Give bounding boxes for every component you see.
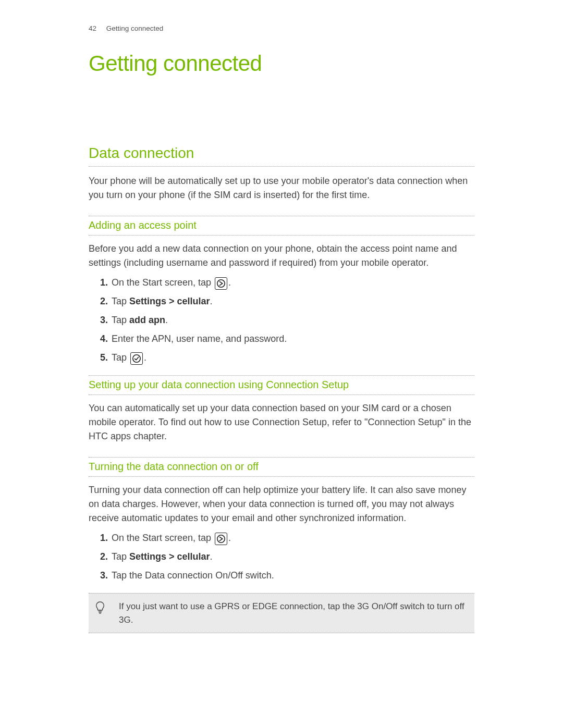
running-header-title: Getting connected	[106, 24, 164, 32]
divider	[89, 375, 474, 376]
section-intro: Your phone will be automatically set up …	[89, 174, 474, 202]
lightbulb-icon	[89, 600, 112, 614]
subsection-body: You can automatically set up your data c…	[89, 401, 474, 443]
divider	[89, 166, 474, 167]
subsection-intro: Before you add a new data connection on …	[89, 242, 474, 270]
subsection-heading: Setting up your data connection using Co…	[89, 377, 474, 392]
step-item: Tap Settings > cellular.	[100, 549, 474, 564]
step-text: On the Start screen, tap	[112, 277, 214, 288]
step-text: .	[210, 296, 213, 306]
step-text: On the Start screen, tap	[112, 533, 214, 543]
step-text: .	[210, 551, 213, 562]
step-item: Tap the Data connection On/Off switch.	[100, 568, 474, 583]
step-item: On the Start screen, tap .	[100, 275, 474, 290]
page-number: 42	[89, 24, 96, 32]
section-heading: Data connection	[89, 142, 474, 164]
step-text: Tap the Data connection On/Off switch.	[112, 570, 274, 581]
divider	[89, 476, 474, 477]
page-title: Getting connected	[89, 47, 474, 80]
step-bold: add apn	[129, 315, 165, 325]
step-list: On the Start screen, tap . Tap Settings …	[100, 275, 474, 365]
tip-callout: If you just want to use a GPRS or EDGE c…	[89, 593, 474, 633]
divider	[89, 216, 474, 216]
step-text: .	[165, 315, 168, 325]
step-item: Enter the APN, user name, and password.	[100, 331, 474, 346]
arrow-right-icon	[215, 277, 227, 290]
subsection-heading: Turning the data connection on or off	[89, 459, 474, 474]
step-bold: Settings > cellular	[129, 551, 210, 562]
tip-text: If you just want to use a GPRS or EDGE c…	[119, 600, 467, 626]
step-bold: Settings > cellular	[129, 296, 210, 306]
arrow-right-icon	[215, 533, 227, 545]
step-item: Tap Settings > cellular.	[100, 294, 474, 309]
step-list: On the Start screen, tap . Tap Settings …	[100, 530, 474, 583]
divider	[89, 235, 474, 236]
divider	[89, 394, 474, 395]
step-text: Tap	[112, 352, 129, 363]
step-text: Enter the APN, user name, and password.	[112, 334, 287, 344]
running-header: 42 Getting connected	[89, 23, 474, 34]
step-text: Tap	[112, 551, 129, 562]
step-text: Tap	[112, 315, 129, 325]
step-text: .	[228, 277, 231, 288]
subsection-heading: Adding an access point	[89, 217, 474, 233]
document-page: 42 Getting connected Getting connected D…	[0, 0, 563, 633]
checkmark-icon	[130, 352, 143, 365]
step-item: Tap add apn.	[100, 313, 474, 327]
step-text: .	[228, 533, 231, 543]
divider	[89, 457, 474, 458]
subsection-body: Turning your data connection off can hel…	[89, 483, 474, 525]
svg-point-1	[133, 355, 140, 362]
step-item: Tap .	[100, 350, 474, 365]
step-text: .	[144, 352, 146, 363]
step-text: Tap	[112, 296, 129, 306]
step-item: On the Start screen, tap .	[100, 530, 474, 545]
svg-point-0	[217, 280, 225, 287]
svg-point-2	[217, 535, 225, 542]
